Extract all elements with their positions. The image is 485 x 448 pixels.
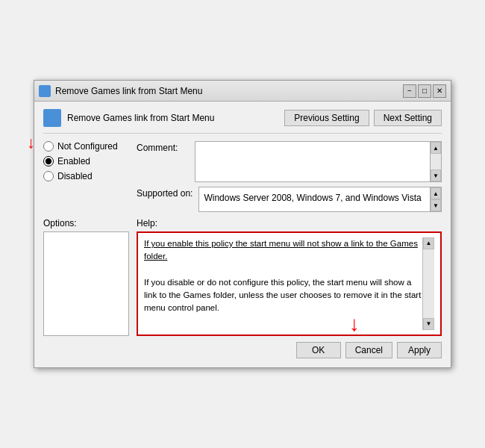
- comment-wrapper: ▲ ▼: [195, 141, 442, 182]
- help-scrollbar: ▲ ▼: [422, 237, 434, 330]
- comment-row: Comment: ▲ ▼: [137, 141, 442, 182]
- dialog-footer: ↓ OK Cancel Apply: [43, 336, 442, 361]
- close-button[interactable]: ✕: [433, 84, 446, 98]
- next-setting-button[interactable]: Next Setting: [374, 110, 442, 126]
- radio-group: Not Configured ↑ Enabled Disabled: [43, 141, 129, 181]
- title-bar: Remove Games link from Start Menu − □ ✕: [34, 81, 451, 102]
- apply-button[interactable]: Apply: [397, 342, 442, 358]
- red-arrow-down-icon: ↓: [349, 314, 360, 335]
- window-controls: − □ ✕: [403, 84, 446, 98]
- supported-scroll-down[interactable]: ▼: [431, 199, 441, 211]
- radio-not-configured-input[interactable]: [43, 141, 54, 152]
- radio-not-configured: Not Configured: [43, 141, 129, 152]
- supported-scroll-up[interactable]: ▲: [431, 187, 441, 199]
- supported-scrollbar: ▲ ▼: [430, 187, 442, 212]
- scrollbar-up-arrow[interactable]: ▲: [431, 142, 441, 154]
- options-box: [43, 231, 129, 336]
- policy-dialog: Remove Games link from Start Menu − □ ✕ …: [34, 80, 451, 368]
- supported-row: Supported on: Windows Server 2008, Windo…: [137, 187, 442, 212]
- supported-label: Supported on:: [137, 187, 193, 199]
- header-title: Remove Games link from Start Menu: [43, 109, 214, 127]
- comment-label: Comment:: [137, 141, 189, 153]
- help-scroll-up[interactable]: ▲: [423, 237, 434, 249]
- scrollbar-down-arrow[interactable]: ▼: [431, 169, 441, 181]
- left-panel: Not Configured ↑ Enabled Disabled: [43, 141, 129, 212]
- help-scroll-down[interactable]: ▼: [423, 318, 434, 330]
- radio-disabled: Disabled: [43, 171, 129, 181]
- comment-scrollbar: ▲ ▼: [430, 141, 442, 182]
- help-label: Help:: [137, 218, 442, 228]
- header-title-text: Remove Games link from Start Menu: [67, 113, 214, 123]
- window-icon: [39, 85, 51, 97]
- help-text-1: If you enable this policy the start menu…: [144, 237, 422, 264]
- radio-disabled-input[interactable]: [43, 171, 54, 181]
- header-icon: [43, 109, 61, 127]
- radio-enabled: ↑ Enabled: [43, 156, 129, 167]
- help-text-2: If you disable or do not configure this …: [144, 276, 422, 315]
- right-panel: Comment: ▲ ▼ Supported on: Windows: [137, 141, 442, 212]
- comment-textarea[interactable]: [195, 141, 430, 182]
- help-text-content: If you enable this policy the start menu…: [144, 237, 422, 330]
- supported-wrapper: Windows Server 2008, Windows 7, and Wind…: [198, 187, 442, 212]
- help-text-1-span: If you enable this policy the start menu…: [144, 239, 418, 261]
- maximize-button[interactable]: □: [418, 84, 431, 98]
- help-box-inner: If you enable this policy the start menu…: [144, 237, 434, 330]
- radio-disabled-label[interactable]: Disabled: [57, 171, 93, 181]
- options-label: Options:: [43, 218, 129, 228]
- cancel-button[interactable]: Cancel: [345, 342, 392, 358]
- window-title: Remove Games link from Start Menu: [55, 86, 403, 96]
- help-panel: Help: If you enable this policy the star…: [137, 218, 442, 336]
- header-buttons: Previous Setting Next Setting: [284, 110, 442, 126]
- radio-enabled-label[interactable]: Enabled: [57, 156, 90, 167]
- radio-enabled-input[interactable]: [43, 156, 54, 167]
- bottom-section: Options: Help: If you enable this policy…: [43, 218, 442, 336]
- main-content: Not Configured ↑ Enabled Disabled: [43, 141, 442, 212]
- window-body: Remove Games link from Start Menu Previo…: [34, 102, 451, 367]
- help-box: If you enable this policy the start menu…: [137, 231, 442, 336]
- minimize-button[interactable]: −: [403, 84, 416, 98]
- ok-button[interactable]: OK: [296, 342, 341, 358]
- prev-setting-button[interactable]: Previous Setting: [284, 110, 369, 126]
- help-scroll-track: [423, 249, 434, 318]
- options-panel: Options:: [43, 218, 129, 336]
- supported-value: Windows Server 2008, Windows 7, and Wind…: [198, 187, 430, 212]
- scrollbar-track: [431, 154, 441, 169]
- radio-not-configured-label[interactable]: Not Configured: [57, 141, 118, 152]
- header-row: Remove Games link from Start Menu Previo…: [43, 109, 442, 134]
